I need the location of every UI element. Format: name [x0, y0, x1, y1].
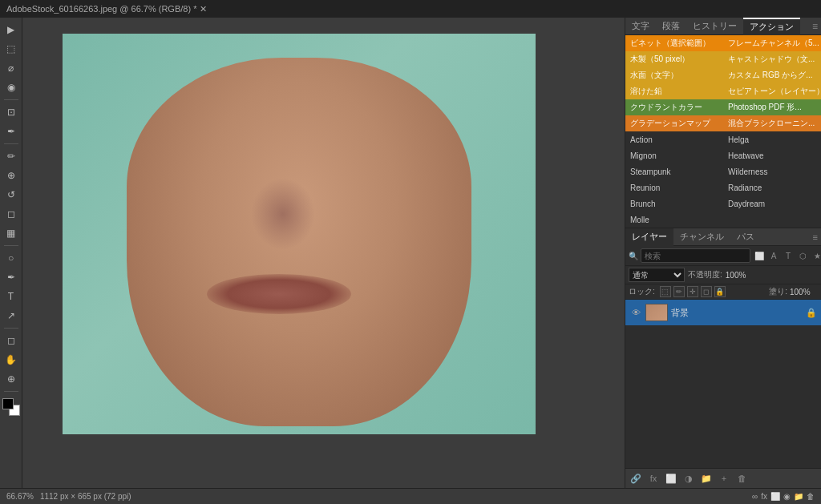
- action-cell-left[interactable]: Steampunk: [625, 163, 723, 179]
- status-bar: 66.67% 1112 px × 665 px (72 ppi) ∞ fx ⬜ …: [0, 488, 821, 504]
- action-cell-left[interactable]: Reunion: [625, 179, 723, 196]
- brush-tool[interactable]: ✏: [2, 147, 20, 165]
- filter-icon-2[interactable]: A: [767, 249, 780, 262]
- tab-channels[interactable]: チャンネル: [673, 228, 730, 246]
- lasso-tool[interactable]: ⌀: [2, 59, 20, 77]
- lock-all-icon[interactable]: 🔒: [714, 286, 726, 297]
- action-row-wood[interactable]: 木製（50 pixel） キャストシャドウ（文...: [625, 51, 821, 67]
- add-fx-icon[interactable]: fx: [646, 471, 661, 486]
- action-cell-left[interactable]: グラデーションマップ: [625, 115, 723, 131]
- canvas-area: [22, 18, 625, 488]
- crop-tool[interactable]: ⊡: [2, 103, 20, 121]
- lips-area: [207, 274, 351, 314]
- new-group-icon[interactable]: 📁: [699, 471, 714, 486]
- action-cell-left[interactable]: クウドラントカラー: [625, 99, 723, 115]
- action-cell-right[interactable]: フレームチャンネル（5...: [723, 35, 821, 51]
- action-cell-right[interactable]: [723, 212, 821, 228]
- action-row-molle[interactable]: Molle: [625, 212, 821, 228]
- tab-history[interactable]: ヒストリー: [686, 18, 743, 35]
- lock-artboard-icon[interactable]: ◻: [701, 286, 712, 297]
- action-row-reunion[interactable]: Reunion Radiance: [625, 179, 821, 196]
- action-row-gradient[interactable]: グラデーションマップ 混合ブラシクローニン...: [625, 115, 821, 131]
- filter-icon-4[interactable]: ⬡: [796, 249, 809, 262]
- tab-paths[interactable]: パス: [730, 228, 761, 246]
- zoom-level: 66.67%: [6, 492, 34, 501]
- action-cell-right[interactable]: Helga: [723, 131, 821, 147]
- hand-tool[interactable]: ✋: [2, 351, 20, 369]
- action-row-vignette[interactable]: ビネット（選択範囲） フレームチャンネル（5...: [625, 35, 821, 51]
- type-tool[interactable]: T: [2, 288, 20, 305]
- tab-text[interactable]: 文字: [625, 18, 656, 35]
- action-row-quadrant[interactable]: クウドラントカラー Photoshop PDF 形...: [625, 99, 821, 115]
- layer-visibility-toggle[interactable]: 👁: [629, 306, 642, 319]
- link-layers-icon[interactable]: 🔗: [629, 471, 643, 486]
- action-row-mignon[interactable]: Mignon Heatwave: [625, 147, 821, 163]
- action-cell-left[interactable]: Mignon: [625, 147, 723, 163]
- blend-mode-select[interactable]: 通常: [629, 268, 685, 282]
- action-cell-left[interactable]: ビネット（選択範囲）: [625, 35, 723, 51]
- main-layout: ▶ ⬚ ⌀ ◉ ⊡ ✒ ✏ ⊕ ↺ ◻ ▦ ○ ✒ T ↗ ◻ ✋ ⊕: [0, 18, 821, 488]
- action-row-brunch[interactable]: Brunch Daydream: [625, 196, 821, 212]
- tab-paragraph[interactable]: 段落: [656, 18, 686, 35]
- eraser-tool[interactable]: ◻: [2, 205, 20, 223]
- layers-panel-menu-icon[interactable]: ≡: [813, 232, 821, 242]
- toolbar-separator: [4, 99, 18, 100]
- action-cell-right[interactable]: Photoshop PDF 形...: [723, 99, 821, 115]
- new-adjustment-icon[interactable]: ◑: [681, 471, 696, 486]
- shape-tool[interactable]: ◻: [2, 332, 20, 349]
- eyedropper-tool[interactable]: ✒: [2, 123, 20, 140]
- status-icon-5: 📁: [794, 492, 803, 501]
- search-input[interactable]: [641, 248, 750, 263]
- action-cell-left[interactable]: 水面（文字）: [625, 67, 723, 83]
- path-select-tool[interactable]: ↗: [2, 307, 20, 325]
- foreground-color-swatch[interactable]: [2, 398, 14, 409]
- layers-footer: 🔗 fx ⬜ ◑ 📁 + 🗑: [625, 468, 821, 488]
- marquee-tool[interactable]: ⬚: [2, 40, 20, 58]
- filter-icon-5[interactable]: ★: [811, 249, 821, 262]
- new-layer-icon[interactable]: +: [717, 471, 731, 486]
- move-tool[interactable]: ▶: [2, 21, 20, 38]
- pen-tool[interactable]: ✒: [2, 268, 20, 286]
- action-cell-right[interactable]: キャストシャドウ（文...: [723, 51, 821, 67]
- action-cell-right[interactable]: Wilderness: [723, 163, 821, 179]
- background-layer-item[interactable]: 👁 背景 🔒: [625, 300, 821, 325]
- foreground-background-color[interactable]: [2, 398, 20, 416]
- close-icon[interactable]: ✕: [200, 4, 207, 14]
- layers-tabs: レイヤー チャンネル パス ≡: [625, 228, 821, 246]
- lock-position-icon[interactable]: ✛: [687, 286, 698, 297]
- canvas-container: [63, 34, 536, 434]
- action-cell-left[interactable]: Molle: [625, 212, 723, 228]
- layers-panel: レイヤー チャンネル パス ≡ 🔍 ⬜ A T ⬡ ★ 通常: [625, 228, 821, 488]
- add-mask-icon[interactable]: ⬜: [664, 471, 678, 486]
- tab-actions[interactable]: アクション: [743, 18, 800, 35]
- action-row-water[interactable]: 水面（文字） カスタム RGB からグ...: [625, 67, 821, 83]
- action-cell-right[interactable]: カスタム RGB からグ...: [723, 67, 821, 83]
- delete-layer-icon[interactable]: 🗑: [734, 471, 749, 486]
- action-cell-right[interactable]: Heatwave: [723, 147, 821, 163]
- action-cell-right[interactable]: Radiance: [723, 179, 821, 196]
- action-row-action[interactable]: Action Helga: [625, 131, 821, 147]
- action-cell-right[interactable]: セピアトーン（レイヤー）: [723, 83, 821, 99]
- gradient-tool[interactable]: ▦: [2, 224, 20, 242]
- toolbar-separator-4: [4, 328, 18, 329]
- actions-panel-menu[interactable]: ≡: [812, 21, 821, 32]
- right-panel: 文字 段落 ヒストリー アクション ≡ ビネット（選択範囲） フレームチャンネル…: [625, 18, 821, 488]
- action-cell-left[interactable]: 木製（50 pixel）: [625, 51, 723, 67]
- filter-icon-3[interactable]: T: [782, 249, 795, 262]
- history-brush-tool[interactable]: ↺: [2, 186, 20, 204]
- tab-layers[interactable]: レイヤー: [625, 228, 673, 246]
- filter-icon-1[interactable]: ⬜: [753, 249, 766, 262]
- action-cell-right[interactable]: 混合ブラシクローニン...: [723, 115, 821, 131]
- clone-tool[interactable]: ⊕: [2, 167, 20, 184]
- action-row-lead[interactable]: 溶けた鉛 セピアトーン（レイヤー）: [625, 83, 821, 99]
- action-cell-left[interactable]: Action: [625, 131, 723, 147]
- zoom-tool[interactable]: ⊕: [2, 370, 20, 388]
- action-row-steampunk[interactable]: Steampunk Wilderness: [625, 163, 821, 179]
- lock-pixels-icon[interactable]: ✏: [673, 286, 685, 297]
- quick-select-tool[interactable]: ◉: [2, 79, 20, 96]
- action-cell-left[interactable]: 溶けた鉛: [625, 83, 723, 99]
- action-cell-left[interactable]: Brunch: [625, 196, 723, 212]
- lock-transparent-icon[interactable]: ⬚: [660, 286, 671, 297]
- action-cell-right[interactable]: Daydream: [723, 196, 821, 212]
- dodge-tool[interactable]: ○: [2, 249, 20, 267]
